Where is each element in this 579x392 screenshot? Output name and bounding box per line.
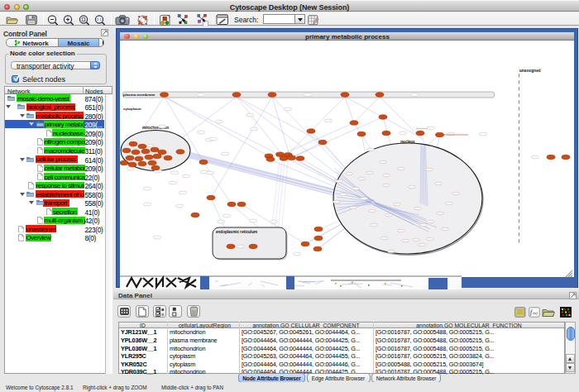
svg-text:nucleus: nucleus [400,140,415,144]
svg-text:cytoplasm: cytoplasm [123,107,141,111]
svg-text:1:1: 1:1 [97,17,102,22]
svg-text:unassigned: unassigned [519,69,541,73]
svg-text:endoplasmic reticulum: endoplasmic reticulum [216,230,257,234]
svg-text:plasma membrane: plasma membrane [123,93,156,97]
svg-text:(x): (x) [533,311,538,315]
